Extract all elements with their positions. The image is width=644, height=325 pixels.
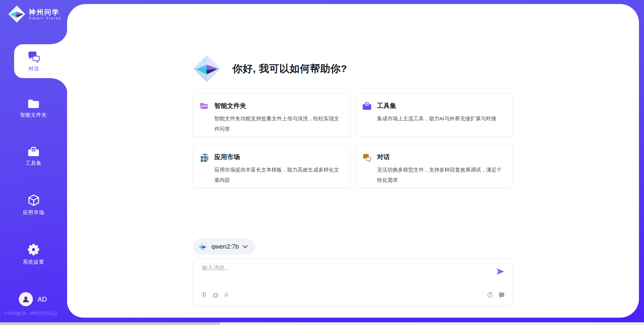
send-icon: [496, 267, 505, 276]
person-icon: [22, 295, 30, 303]
card-text: 智能文件夹 智能文件夹功能支持批量文件上传与清洗，轻松实现文件问答: [214, 102, 341, 134]
folder-open-icon: [200, 102, 209, 110]
cube-icon: [28, 194, 40, 206]
sidebar-item-smart-folder[interactable]: 智能文件夹: [0, 99, 67, 118]
card-description: 应用市场提供丰富长文本模板，助力高效生成多样化文章内容: [214, 165, 341, 185]
sidebar: 神州问学 Smart Vision 对话 智能文件夹 工具集: [0, 0, 67, 325]
main-panel: 你好, 我可以如何帮助你? 智能文件夹 智能文件夹功能支持批量文件上传与清洗，轻…: [67, 4, 639, 318]
content-column: 你好, 我可以如何帮助你? 智能文件夹 智能文件夹功能支持批量文件上传与清洗，轻…: [193, 4, 513, 307]
mention-button[interactable]: @: [212, 291, 219, 299]
greeting-block: 你好, 我可以如何帮助你?: [193, 55, 513, 83]
chat-icon: [27, 50, 41, 63]
card-title: 工具集: [377, 102, 496, 110]
composer-divider: [196, 284, 510, 285]
gear-icon: [27, 243, 40, 256]
card-toolbox[interactable]: 工具集 集成市场上主流工具，助力AI与外界无缝扩展与对接: [356, 93, 513, 137]
composer-toolbar-right: [487, 291, 505, 299]
sidebar-item-label: 工具集: [25, 160, 42, 167]
avatar: [19, 292, 33, 306]
composer-toolbar-left: @ #: [202, 291, 228, 299]
message-composer: @ #: [193, 258, 513, 307]
sidebar-item-label: 应用市场: [23, 209, 44, 216]
message-input[interactable]: [202, 264, 470, 282]
send-button[interactable]: [496, 267, 505, 277]
toolbox-icon: [28, 146, 40, 157]
chevron-down-icon: [243, 245, 248, 248]
feature-cards: 智能文件夹 智能文件夹功能支持批量文件上传与清洗，轻松实现文件问答 工具集 集成…: [193, 93, 513, 188]
chat-bubbles-icon: [362, 153, 372, 162]
sidebar-item-toolbox[interactable]: 工具集: [0, 146, 67, 167]
topic-button[interactable]: #: [224, 291, 228, 299]
sidebar-item-label: 智能文件夹: [20, 112, 47, 118]
brand-subtitle: Smart Vision: [29, 16, 62, 20]
brand-text: 神州问学 Smart Vision: [29, 8, 62, 20]
card-text: 对话 灵活切换多模型文件，支持多样回复效果调试，满足个性化需求: [377, 153, 503, 185]
card-title: 对话: [377, 153, 503, 161]
sidebar-item-chat[interactable]: 对话: [14, 44, 68, 78]
sidebar-item-label: 对话: [29, 66, 39, 72]
hash-icon: #: [224, 292, 228, 298]
app-window: 神州问学 Smart Vision 对话 智能文件夹 工具集: [0, 0, 644, 325]
horizontal-scrollbar-thumb[interactable]: [0, 322, 220, 325]
card-title: 智能文件夹: [214, 102, 341, 110]
card-text: 工具集 集成市场上主流工具，助力AI与外界无缝扩展与对接: [377, 102, 496, 124]
new-message-button[interactable]: [498, 291, 505, 299]
card-text: 应用市场 应用市场提供丰富长文本模板，助力高效生成多样化文章内容: [214, 153, 341, 185]
brand-name: 神州问学: [29, 8, 62, 16]
folder-icon: [28, 99, 40, 109]
at-icon: @: [212, 292, 219, 298]
greeting-title: 你好, 我可以如何帮助你?: [232, 62, 347, 76]
sidebar-item-label: 系统设置: [23, 259, 44, 265]
model-name: qwen2:7b: [211, 243, 239, 250]
model-selector[interactable]: qwen2:7b: [193, 239, 255, 255]
sidebar-item-settings[interactable]: 系统设置: [0, 243, 67, 265]
card-description: 集成市场上主流工具，助力AI与外界无缝扩展与对接: [377, 113, 496, 124]
horizontal-scrollbar-track[interactable]: [0, 322, 644, 325]
user-initials: AD: [38, 296, 47, 303]
card-smart-folder[interactable]: 智能文件夹 智能文件夹功能支持批量文件上传与清洗，轻松实现文件问答: [193, 93, 351, 137]
sidebar-item-app-market[interactable]: 应用市场: [0, 194, 67, 216]
gem-diamond-icon: [193, 55, 221, 83]
message-icon: [498, 292, 505, 298]
card-title: 应用市场: [214, 153, 341, 161]
model-gem-icon: [198, 242, 207, 251]
gem-diamond-icon: [8, 5, 25, 23]
history-icon: [487, 291, 493, 298]
copyright-footer: ©神州数码 · 神州问学出品: [4, 311, 68, 317]
card-description: 灵活切换多模型文件，支持多样回复效果调试，满足个性化需求: [377, 165, 503, 185]
brand-logo: 神州问学 Smart Vision: [8, 5, 62, 23]
card-app-market[interactable]: 应用市场 应用市场提供丰富长文本模板，助力高效生成多样化文章内容: [193, 144, 351, 188]
card-description: 智能文件夹功能支持批量文件上传与清洗，轻松实现文件问答: [214, 113, 341, 134]
paperclip-icon: [202, 291, 207, 299]
attach-file-button[interactable]: [202, 291, 207, 299]
history-button[interactable]: [487, 291, 493, 299]
card-chat[interactable]: 对话 灵活切换多模型文件，支持多样回复效果调试，满足个性化需求: [356, 144, 513, 188]
user-account[interactable]: AD: [0, 292, 67, 306]
app-market-cube-icon: [200, 153, 209, 162]
briefcase-icon: [362, 102, 372, 111]
